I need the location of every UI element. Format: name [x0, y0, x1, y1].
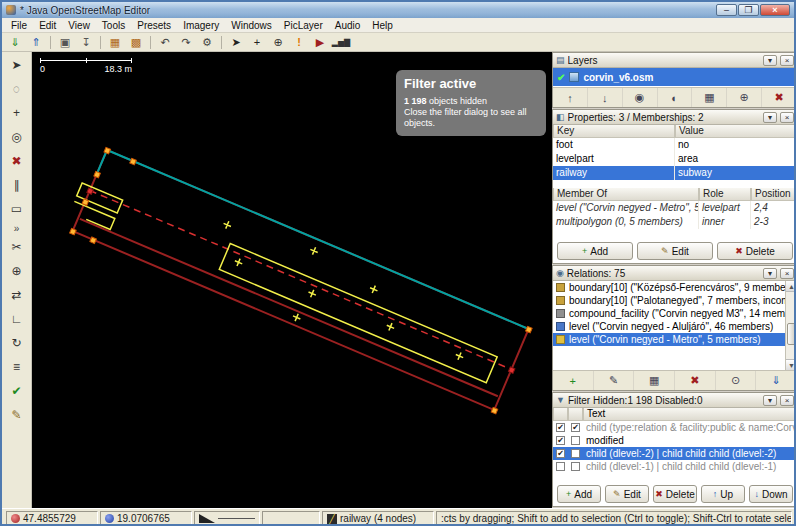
scroll-up-arrow[interactable]: ▲ — [786, 281, 796, 292]
panel-close-button[interactable]: × — [780, 112, 794, 123]
scrollbar-thumb[interactable] — [787, 323, 796, 345]
split-way-tool-icon[interactable]: ✂ — [5, 236, 29, 258]
redo-icon[interactable]: ↷ — [176, 34, 196, 51]
delete-layer-button[interactable]: ✖ — [762, 88, 796, 107]
menu-help[interactable]: Help — [366, 19, 399, 32]
virtual-node-markers[interactable] — [199, 211, 480, 388]
panel-dock-button[interactable]: ▾ — [763, 395, 777, 406]
filter-column-text[interactable]: Text — [583, 408, 796, 421]
filter-hiding-checkbox[interactable] — [571, 462, 580, 471]
filter-row-selected[interactable]: ✔ child (dlevel:-2) | child child child … — [553, 447, 796, 460]
way-track-inner[interactable] — [80, 219, 498, 396]
delete-relation-button[interactable]: ✖ — [675, 371, 716, 390]
delete-tag-button[interactable]: ✖Delete — [717, 242, 793, 260]
select-tool-icon[interactable]: ➤ — [5, 54, 29, 76]
membership-column-member-of[interactable]: Member Of — [553, 188, 699, 201]
panel-close-button[interactable]: × — [780, 55, 794, 66]
move-filter-up-button[interactable]: ↑Up — [701, 485, 745, 503]
export-file-icon[interactable]: ↧ — [76, 34, 96, 51]
panel-close-button[interactable]: × — [780, 395, 794, 406]
edit-relation-button[interactable]: ✎ — [594, 371, 635, 390]
tag-row-selected[interactable]: railway subway — [553, 166, 796, 180]
parallel-tool-icon[interactable]: ∥ — [5, 174, 29, 196]
way-stairs[interactable] — [77, 183, 123, 213]
membership-column-role[interactable]: Role — [699, 188, 751, 201]
lasso-tool-icon[interactable]: ◌ — [5, 78, 29, 100]
filter-enabled-checkbox[interactable]: ✔ — [556, 449, 565, 458]
draw-node-tool-icon[interactable]: + — [5, 102, 29, 124]
menu-presets[interactable]: Presets — [131, 19, 177, 32]
stats-chart-icon[interactable]: ▂▅▇ — [331, 34, 351, 51]
membership-column-position[interactable]: Position — [751, 188, 796, 201]
way-teal-edge-left[interactable] — [97, 150, 107, 174]
validate-tool-icon[interactable]: ✔ — [5, 380, 29, 402]
download-relation-members-button[interactable]: ⇓ — [756, 371, 796, 390]
filter-enabled-checkbox[interactable]: ✔ — [556, 423, 565, 432]
menu-tools[interactable]: Tools — [96, 19, 131, 32]
relation-item[interactable]: level ("Corvin negyed - Aluljáró", 46 me… — [553, 320, 787, 333]
relation-item[interactable]: compound_facility ("Corvin negyed M3", 1… — [553, 307, 787, 320]
reverse-way-tool-icon[interactable]: ⇄ — [5, 284, 29, 306]
align-nodes-tool-icon[interactable]: ≡ — [5, 356, 29, 378]
move-filter-down-button[interactable]: ↓Down — [749, 485, 793, 503]
panel-dock-button[interactable]: ▾ — [763, 55, 777, 66]
merge-layer-button[interactable]: ⊕ — [727, 88, 762, 107]
zoom-slider-track[interactable] — [218, 518, 255, 519]
close-button[interactable]: × — [760, 4, 790, 16]
filter-hiding-checkbox[interactable] — [571, 449, 580, 458]
edit-tag-button[interactable]: ✎Edit — [637, 242, 713, 260]
preset-transport-icon[interactable]: ⊕ — [268, 34, 288, 51]
menu-file[interactable]: File — [5, 19, 33, 32]
orthogonalize-tool-icon[interactable]: ∟ — [5, 308, 29, 330]
menu-audio[interactable]: Audio — [329, 19, 367, 32]
select-mode-icon[interactable]: ➤ — [226, 34, 246, 51]
menu-windows[interactable]: Windows — [225, 19, 278, 32]
layer-visible-icon[interactable]: ✔ — [557, 72, 565, 83]
menu-view[interactable]: View — [62, 19, 96, 32]
rotate-tool-icon[interactable]: ↻ — [5, 332, 29, 354]
way-railway-selected[interactable] — [90, 191, 512, 370]
filter-column-hiding[interactable] — [568, 408, 583, 421]
add-tag-button[interactable]: +Add — [557, 242, 633, 260]
delete-filter-button[interactable]: ✖Delete — [653, 485, 697, 503]
imagery-layer-icon[interactable]: ▦ — [105, 34, 125, 51]
filter-row[interactable]: ✔ modified — [553, 434, 796, 447]
add-filter-button[interactable]: +Add — [557, 485, 601, 503]
annotate-tool-icon[interactable]: ✎ — [5, 404, 29, 426]
way-platform[interactable] — [219, 244, 497, 383]
delete-tool-icon[interactable]: ✖ — [5, 150, 29, 172]
combine-way-tool-icon[interactable]: ⊕ — [5, 260, 29, 282]
zoom-slider-segment[interactable] — [194, 511, 260, 527]
extrude-tool-icon[interactable]: ▭ — [5, 198, 29, 220]
move-layer-down-button[interactable]: ↓ — [588, 88, 623, 107]
membership-row[interactable]: level ("Corvin negyed - Metro", 5 member… — [553, 201, 796, 215]
select-relation-members-button[interactable]: ⊙ — [716, 371, 757, 390]
zoom-slider-icon[interactable] — [199, 514, 215, 523]
edit-filter-button[interactable]: ✎Edit — [605, 485, 649, 503]
preferences-icon[interactable]: ⚙ — [197, 34, 217, 51]
duplicate-layer-button[interactable]: ▦ — [692, 88, 727, 107]
filter-row[interactable]: ✔ ✔ child (type:relation & facility:publ… — [553, 421, 796, 434]
validation-warning-icon[interactable]: ! — [289, 34, 309, 51]
zoom-tool-icon[interactable]: ◎ — [5, 126, 29, 148]
duplicate-relation-button[interactable]: ▦ — [634, 371, 675, 390]
tag-column-value[interactable]: Value — [675, 125, 796, 138]
filter-enabled-checkbox[interactable] — [556, 462, 565, 471]
wms-layer-icon[interactable]: ▩ — [126, 34, 146, 51]
way-corridor[interactable] — [70, 201, 115, 229]
save-file-icon[interactable]: ▣ — [55, 34, 75, 51]
filter-row[interactable]: child (dlevel:-1) | child child child (d… — [553, 460, 796, 473]
menu-piclayer[interactable]: PicLayer — [278, 19, 329, 32]
relation-item[interactable]: boundary[10] ("Palotanegyed", 7 members,… — [553, 294, 787, 307]
maximize-button[interactable]: ❐ — [738, 4, 759, 16]
layer-opacity-button[interactable]: ◐ — [658, 88, 693, 107]
undo-icon[interactable]: ↶ — [155, 34, 175, 51]
scroll-down-arrow[interactable]: ▼ — [786, 359, 796, 370]
download-data-icon[interactable]: ⇓ — [5, 34, 25, 51]
menu-edit[interactable]: Edit — [33, 19, 62, 32]
minimize-button[interactable]: – — [716, 4, 737, 16]
relation-item-selected[interactable]: level ("Corvin negyed - Metro", 5 member… — [553, 333, 787, 346]
map-canvas[interactable]: 0 18.3 m Filter active 1 198 objects hid… — [32, 52, 552, 508]
membership-row[interactable]: multipolygon (0, 5 members) inner 2-3 — [553, 215, 796, 229]
filter-hiding-checkbox[interactable] — [571, 436, 580, 445]
